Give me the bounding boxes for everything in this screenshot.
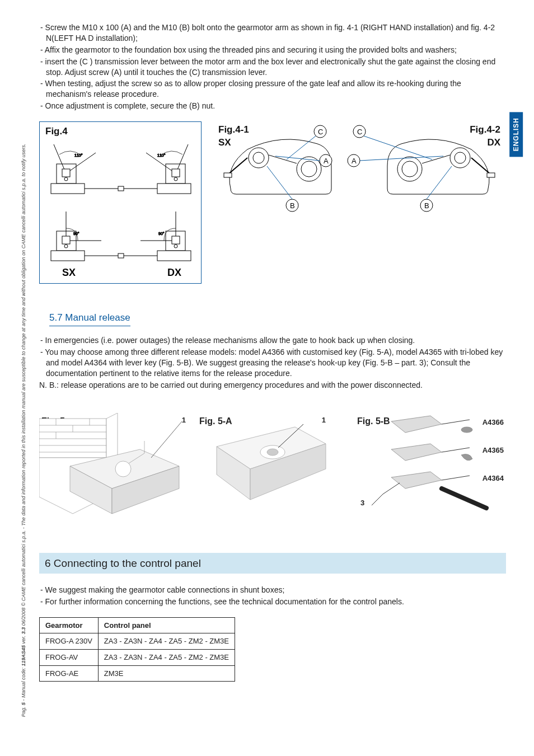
- svg-text:B: B: [290, 201, 295, 210]
- figure-4-2-label: Fig.4-2DX: [470, 124, 500, 149]
- language-tab: ENGLISH: [509, 112, 523, 157]
- svg-rect-23: [118, 253, 124, 258]
- table-row: FROG-AV ZA3 - ZA3N - ZA4 - ZA5 - ZM2 - Z…: [40, 650, 235, 666]
- nb-note: N. B.: release operations are to be carr…: [39, 380, 506, 391]
- svg-point-73: [461, 427, 472, 433]
- cell: FROG-AV: [40, 650, 99, 666]
- install-instructions: - Screw the M10 x 100 (A) and the M10 (B…: [39, 22, 506, 111]
- table-row: FROG-AE ZM3E: [40, 665, 235, 682]
- svg-text:DX: DX: [167, 267, 181, 278]
- figure-5-a: Fig. 5-A 1: [197, 413, 348, 525]
- svg-text:C: C: [318, 128, 323, 136]
- svg-point-8: [174, 177, 177, 181]
- instr-item: - When testing, adjust the screw so as t…: [39, 78, 506, 100]
- svg-text:SX: SX: [62, 267, 76, 278]
- svg-rect-46: [487, 173, 495, 177]
- text-item: - You may choose among three different r…: [39, 347, 506, 379]
- svg-point-27: [253, 152, 264, 163]
- svg-text:110°: 110°: [157, 153, 166, 157]
- figure-4: Fig.4 110° 110°: [39, 121, 202, 284]
- cell: ZA3 - ZA3N - ZA4 - ZA5 - ZM2 - ZM3E: [98, 650, 235, 666]
- section-6-heading: 6 Connecting to the control panel: [39, 553, 506, 574]
- svg-text:A: A: [352, 157, 357, 165]
- instr-item: - Screw the M10 x 100 (A) and the M10 (B…: [39, 22, 506, 44]
- svg-point-18: [174, 245, 177, 248]
- svg-rect-17: [172, 236, 180, 244]
- instr-item: - Once adjustment is complete, secure th…: [39, 101, 506, 111]
- svg-rect-9: [157, 184, 191, 194]
- instr-item: - insert the (C ) transmission lever bet…: [39, 57, 506, 78]
- svg-text:90°: 90°: [73, 232, 79, 236]
- svg-line-75: [383, 483, 400, 494]
- figure-5: Fig. 5 1: [39, 413, 190, 525]
- svg-text:C: C: [357, 128, 362, 136]
- svg-point-42: [455, 152, 466, 163]
- svg-rect-14: [51, 251, 85, 261]
- figure-4-1-2: C A B C: [213, 121, 506, 222]
- col-gearmotor: Gearmotor: [40, 617, 99, 633]
- svg-line-74: [372, 494, 383, 505]
- figure-5-b: Fig. 5-B A4366 A4365 A4364 3: [355, 413, 506, 525]
- col-control-panel: Control panel: [98, 617, 235, 633]
- svg-point-3: [64, 177, 68, 181]
- svg-rect-31: [224, 173, 232, 177]
- svg-rect-21: [118, 186, 124, 191]
- svg-point-13: [64, 245, 68, 248]
- svg-rect-19: [157, 251, 191, 261]
- svg-rect-56: [39, 419, 106, 458]
- subsection-5-7-text: - In emergencies (i.e. power outages) th…: [39, 335, 506, 390]
- svg-text:B: B: [424, 201, 429, 210]
- control-panel-table: Gearmotor Control panel FROG-A 230V ZA3 …: [39, 617, 235, 682]
- svg-rect-2: [62, 169, 70, 177]
- svg-point-29: [301, 161, 317, 177]
- svg-point-44: [402, 161, 418, 177]
- text-item: - We suggest making the gearmotor cable …: [39, 585, 506, 595]
- cell: FROG-AE: [40, 665, 99, 682]
- svg-rect-4: [51, 184, 85, 194]
- text-item: - In emergencies (i.e. power outages) th…: [39, 335, 506, 346]
- svg-line-69: [151, 421, 182, 458]
- instr-item: - Affix the gearmotor to the foundation …: [39, 45, 506, 55]
- side-manual-code: Pag. 5 - Manual code: 119AS45 ver. 3.3 0…: [20, 45, 27, 717]
- subsection-5-7-heading: 5.7 Manual release: [49, 312, 130, 326]
- svg-point-66: [115, 461, 131, 477]
- svg-text:A: A: [324, 157, 329, 165]
- figure-4-1-label: Fig.4-1SX: [218, 124, 249, 149]
- svg-rect-12: [62, 236, 70, 244]
- cell: ZA3 - ZA3N - ZA4 - ZA5 - ZM2 - ZM3E: [98, 633, 235, 650]
- svg-text:90°: 90°: [158, 232, 165, 236]
- svg-rect-7: [172, 169, 180, 177]
- svg-point-71: [267, 449, 278, 456]
- cell: FROG-A 230V: [40, 633, 99, 650]
- section-6-text: - We suggest making the gearmotor cable …: [39, 585, 506, 607]
- table-header-row: Gearmotor Control panel: [40, 617, 235, 633]
- svg-text:110°: 110°: [74, 153, 83, 157]
- table-row: FROG-A 230V ZA3 - ZA3N - ZA4 - ZA5 - ZM2…: [40, 633, 235, 650]
- cell: ZM3E: [98, 665, 235, 682]
- text-item: - For further information concerning the…: [39, 597, 506, 607]
